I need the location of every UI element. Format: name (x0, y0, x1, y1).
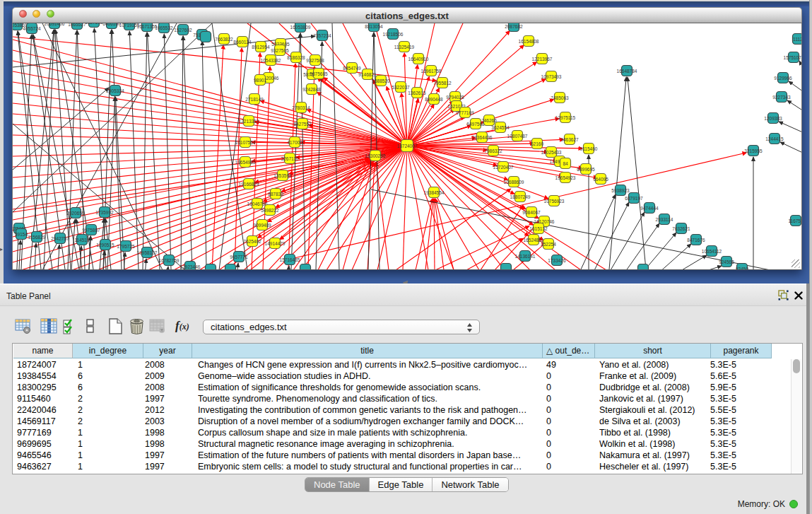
svg-text:10046796: 10046796 (247, 201, 268, 206)
svg-text:12923446: 12923446 (180, 264, 201, 269)
svg-text:7625402: 7625402 (243, 239, 261, 244)
svg-text:10973493: 10973493 (541, 74, 562, 79)
svg-text:5875685: 5875685 (310, 71, 328, 76)
svg-text:7955812: 7955812 (433, 81, 452, 86)
svg-text:16640910: 16640910 (408, 57, 429, 62)
svg-text:1065532: 1065532 (155, 25, 173, 30)
svg-text:9099489: 9099489 (253, 223, 271, 228)
svg-text:2020655: 2020655 (66, 211, 85, 216)
svg-text:16782759: 16782759 (159, 258, 180, 263)
svg-text:10025433: 10025433 (541, 150, 562, 155)
svg-text:2780314: 2780314 (292, 105, 310, 110)
svg-text:5938923: 5938923 (611, 188, 630, 193)
svg-text:1588520: 1588520 (372, 78, 390, 83)
svg-text:12213967: 12213967 (532, 57, 553, 62)
svg-text:3215955: 3215955 (744, 148, 763, 153)
svg-text:19654923: 19654923 (555, 175, 576, 180)
svg-text:8912954: 8912954 (252, 45, 270, 49)
svg-text:1362615: 1362615 (408, 90, 426, 95)
svg-text:1209383: 1209383 (764, 116, 782, 121)
svg-text:39154: 39154 (15, 232, 28, 237)
svg-text:1795725: 1795725 (117, 244, 135, 249)
svg-text:8660124: 8660124 (233, 40, 252, 45)
svg-text:1290515: 1290515 (96, 243, 114, 247)
svg-text:1244415: 1244415 (765, 136, 784, 141)
svg-text:11325419: 11325419 (394, 45, 415, 49)
svg-text:746266: 746266 (481, 118, 497, 123)
svg-text:18724007: 18724007 (397, 144, 418, 148)
svg-text:10654112: 10654112 (702, 249, 722, 254)
svg-text:1733426: 1733426 (548, 258, 566, 263)
svg-text:19384554: 19384554 (424, 190, 445, 195)
svg-text:9463627: 9463627 (560, 137, 579, 142)
svg-text:5498222: 5498222 (261, 208, 279, 213)
svg-text:2942757: 2942757 (51, 236, 69, 241)
svg-text:4055724: 4055724 (23, 26, 41, 31)
svg-text:8454749: 8454749 (343, 66, 361, 71)
svg-text:10958107: 10958107 (137, 250, 158, 255)
svg-text:1353594: 1353594 (273, 173, 292, 178)
svg-text:7663822: 7663822 (215, 37, 233, 42)
svg-text:9657771: 9657771 (230, 255, 248, 259)
svg-text:2718149: 2718149 (245, 97, 264, 102)
svg-text:8186328: 8186328 (287, 55, 305, 60)
svg-text:16961758: 16961758 (421, 69, 442, 74)
svg-text:2905334: 2905334 (106, 88, 124, 93)
svg-text:12975115: 12975115 (555, 115, 576, 120)
svg-text:114519: 114519 (74, 238, 90, 243)
svg-text:8813054: 8813054 (365, 24, 383, 29)
svg-text:6879197: 6879197 (625, 196, 643, 201)
svg-text:9327505: 9327505 (271, 48, 289, 53)
svg-text:2087682: 2087682 (505, 24, 523, 29)
svg-text:7485063: 7485063 (551, 95, 569, 100)
svg-text:9794028: 9794028 (446, 95, 464, 100)
svg-text:5322037: 5322037 (392, 85, 410, 90)
svg-text:10688609: 10688609 (504, 180, 524, 185)
svg-text:2933114: 2933114 (656, 217, 673, 222)
svg-text:7357234: 7357234 (313, 33, 331, 38)
svg-text:7986322: 7986322 (484, 148, 502, 153)
svg-text:3624554: 3624554 (491, 125, 510, 130)
svg-text:14136141: 14136141 (515, 254, 536, 259)
svg-text:9115460: 9115460 (580, 146, 598, 151)
svg-text:16053809: 16053809 (290, 25, 311, 30)
svg-text:924565: 924565 (719, 259, 734, 264)
svg-text:20364436: 20364436 (472, 135, 493, 140)
svg-text:10107554: 10107554 (235, 140, 256, 145)
svg-text:8990448: 8990448 (425, 97, 443, 102)
svg-text:9129966: 9129966 (774, 76, 792, 81)
svg-text:18807249: 18807249 (510, 194, 531, 199)
svg-text:20691406: 20691406 (45, 23, 65, 26)
svg-text:84: 84 (563, 161, 568, 166)
svg-text:15716485: 15716485 (280, 257, 300, 262)
svg-text:1527602: 1527602 (85, 23, 103, 25)
svg-text:14914479: 14914479 (265, 241, 286, 246)
svg-text:9227343: 9227343 (772, 95, 791, 100)
svg-text:6899695: 6899695 (577, 167, 595, 172)
svg-text:18300295: 18300295 (365, 153, 386, 158)
svg-text:3267110: 3267110 (281, 156, 299, 161)
svg-text:8471676: 8471676 (687, 238, 705, 243)
svg-text:9975867: 9975867 (82, 228, 100, 233)
svg-text:1112: 1112 (793, 37, 801, 42)
svg-text:8427552: 8427552 (293, 122, 312, 127)
svg-text:92450: 92450 (736, 267, 748, 270)
svg-text:19218506: 19218506 (383, 32, 404, 37)
svg-text:10807487: 10807487 (507, 134, 528, 139)
svg-text:15720407: 15720407 (493, 165, 514, 170)
svg-text:9777169: 9777169 (456, 110, 474, 115)
svg-text:1527602: 1527602 (174, 28, 192, 33)
svg-text:417006: 417006 (287, 140, 302, 145)
svg-text:1735992: 1735992 (95, 210, 114, 215)
svg-text:116753: 116753 (788, 218, 801, 223)
svg-text:16648784: 16648784 (617, 69, 637, 74)
svg-text:16154808: 16154808 (519, 39, 539, 44)
svg-text:10756923: 10756923 (544, 199, 565, 204)
svg-text:887833: 887833 (268, 192, 283, 197)
svg-text:1065527: 1065527 (68, 23, 86, 27)
svg-text:62160: 62160 (531, 141, 543, 146)
svg-text:252254: 252254 (541, 242, 556, 247)
svg-text:12213319: 12213319 (239, 119, 259, 124)
svg-text:9084067: 9084067 (522, 210, 541, 215)
svg-text:98901: 98901 (254, 78, 266, 83)
